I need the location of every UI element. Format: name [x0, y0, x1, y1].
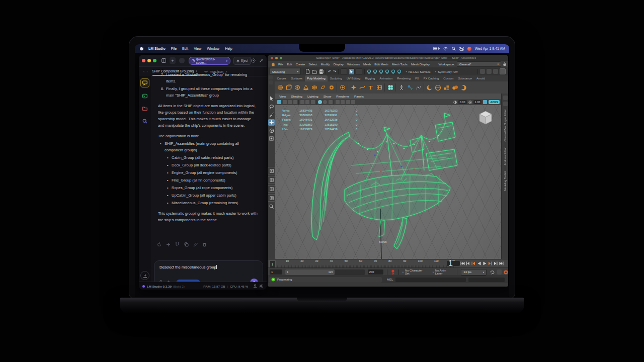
lighting-icon[interactable] — [336, 100, 340, 104]
shelf-tab[interactable]: Sculpting — [328, 75, 344, 81]
minimize-button[interactable] — [275, 57, 278, 59]
select-component-icon[interactable] — [356, 68, 362, 75]
zoom-tool-icon[interactable] — [268, 203, 275, 210]
uv-editor-icon[interactable] — [487, 69, 492, 74]
set-key-icon[interactable] — [391, 269, 395, 275]
shelf-tab[interactable]: Arnold — [474, 75, 488, 81]
viewport-canvas[interactable]: Verts:16834495163752030 Edges:3380366832… — [275, 105, 501, 259]
shelf-icon-star[interactable] — [350, 84, 357, 91]
anim-layer-selector[interactable]: No Anim Layer — [435, 269, 454, 275]
snap-surface-icon[interactable] — [391, 69, 395, 74]
lasso-tool-icon[interactable] — [268, 103, 275, 110]
play-start-handle[interactable]: 1 — [287, 270, 288, 274]
redo-icon[interactable]: ↷ — [333, 69, 337, 74]
window-mode-button[interactable] — [179, 58, 185, 63]
model-selector[interactable]: qwen/qwen3-coder... ▾ — [189, 57, 230, 65]
panel-menu-item[interactable]: Renderer — [336, 95, 349, 98]
sidebar-discover-icon[interactable] — [141, 117, 149, 125]
maya-menu-item[interactable]: Display — [334, 62, 344, 66]
branch-icon[interactable] — [175, 242, 180, 247]
panel-menu-item[interactable]: View — [279, 95, 286, 98]
chevron-down-icon[interactable]: ▾ — [406, 70, 407, 73]
nav-back-icon[interactable]: ‹ — [143, 70, 144, 73]
workspace-selector[interactable]: General* ▾ — [457, 61, 501, 67]
camera-select-icon[interactable] — [277, 100, 281, 104]
menubar-clock[interactable]: Wed Apr 1 9:41 AM — [475, 47, 505, 50]
settings-wrench-icon[interactable] — [259, 58, 264, 63]
sidebar-models-icon[interactable] — [141, 105, 149, 113]
shadows-icon[interactable] — [341, 100, 345, 104]
live-surface-status[interactable]: No Live Surface — [409, 70, 431, 73]
shelf-icon-blocks[interactable] — [443, 84, 450, 91]
app-version[interactable]: LM Studio 0.3.39 — [147, 285, 172, 288]
play-forward-button[interactable] — [482, 261, 487, 266]
shelf-tab[interactable]: FX Caching — [421, 75, 441, 81]
sculpting-icon[interactable] — [500, 68, 506, 74]
gate-mask-icon[interactable] — [305, 100, 309, 104]
shelf-tab[interactable]: Custom — [441, 75, 456, 81]
shading-smooth-icon[interactable] — [318, 100, 322, 104]
colorspace-badge[interactable]: ACES — [489, 100, 500, 104]
symmetry-status[interactable]: Symmetry: Off — [438, 70, 457, 73]
film-gate-icon[interactable] — [293, 100, 297, 104]
snap-view-icon[interactable] — [397, 69, 401, 74]
current-time-field[interactable]: 1 — [447, 261, 460, 266]
play-backwards-button[interactable] — [476, 261, 481, 266]
sidebar-developer-icon[interactable] — [141, 92, 149, 100]
sidebar-vertical-tab[interactable]: Channel Box / Layer Editor — [504, 109, 507, 141]
character-set-selector[interactable]: No Character Set — [405, 269, 427, 275]
gear-icon[interactable] — [259, 284, 263, 288]
layout-four-icon[interactable] — [268, 176, 275, 184]
zoom-button[interactable] — [153, 59, 156, 62]
ao-icon[interactable] — [346, 100, 350, 104]
new-scene-icon[interactable] — [305, 69, 310, 74]
menubar-app-name[interactable]: LM Studio — [148, 47, 166, 50]
outliner-icon[interactable] — [493, 69, 498, 74]
scale-tool-icon[interactable] — [268, 135, 275, 142]
loop-playback-icon[interactable] — [490, 270, 495, 275]
textured-icon[interactable] — [329, 100, 333, 104]
mel-input[interactable] — [395, 278, 466, 282]
sidebar-vertical-tab[interactable]: Attribute Editor — [504, 147, 507, 165]
paint-select-tool-icon[interactable] — [268, 111, 275, 118]
eject-model-button[interactable]: Eject — [233, 57, 251, 65]
menu-extra-app-icon[interactable] — [467, 47, 471, 51]
maya-menu-item[interactable]: Create — [296, 62, 305, 66]
shelf-icon-ik[interactable] — [407, 84, 413, 91]
go-to-end-button[interactable] — [499, 261, 504, 266]
aa-icon[interactable] — [351, 100, 355, 104]
color-management-icon[interactable] — [483, 100, 487, 104]
maya-menu-item[interactable]: File — [278, 62, 283, 66]
auto-key-icon[interactable] — [504, 270, 508, 275]
step-forward-key-button[interactable] — [488, 261, 493, 266]
close-button[interactable] — [271, 57, 273, 59]
shelf-icon-anim[interactable] — [415, 84, 422, 91]
shelf-tab[interactable]: Rigging — [363, 75, 377, 81]
current-frame-indicator[interactable]: 1 — [269, 260, 276, 268]
shelf-icon-uv-grid[interactable] — [387, 84, 393, 91]
apple-menu-icon[interactable] — [140, 46, 144, 51]
shelf-icon-crescent[interactable] — [426, 84, 433, 91]
sidebar-vertical-tab[interactable]: Modeling Toolkit — [504, 171, 507, 191]
composer-draft[interactable]: Deselect the miscellaneous group — [154, 261, 263, 269]
sidebar-toggle-icon[interactable] — [162, 58, 166, 63]
notifications-icon[interactable] — [251, 58, 256, 63]
maya-menu-item[interactable]: Mesh Display — [411, 62, 430, 66]
select-tool-icon[interactable] — [268, 95, 275, 102]
macos-menu-item[interactable]: Help — [225, 47, 232, 50]
rotate-tool-icon[interactable] — [268, 127, 275, 134]
snap-projected-icon[interactable] — [385, 69, 389, 74]
camera-lock-icon[interactable] — [283, 100, 287, 104]
shelf-icon-disc[interactable] — [328, 84, 335, 91]
shelf-icon-smooth[interactable] — [339, 84, 346, 91]
shelf-icon-cone[interactable] — [302, 84, 309, 91]
step-forward-frame-button[interactable] — [493, 261, 498, 266]
resolution-gate-icon[interactable] — [300, 100, 304, 104]
gamma-value[interactable]: 1.00 — [473, 100, 482, 104]
edit-icon[interactable] — [193, 242, 198, 247]
step-back-frame-button[interactable] — [465, 261, 470, 266]
shelf-icon-cube[interactable] — [285, 84, 292, 91]
maya-menu-item[interactable]: Windows — [347, 62, 360, 66]
control-center-icon[interactable] — [459, 47, 464, 51]
ship-wireframe[interactable] — [275, 105, 501, 259]
